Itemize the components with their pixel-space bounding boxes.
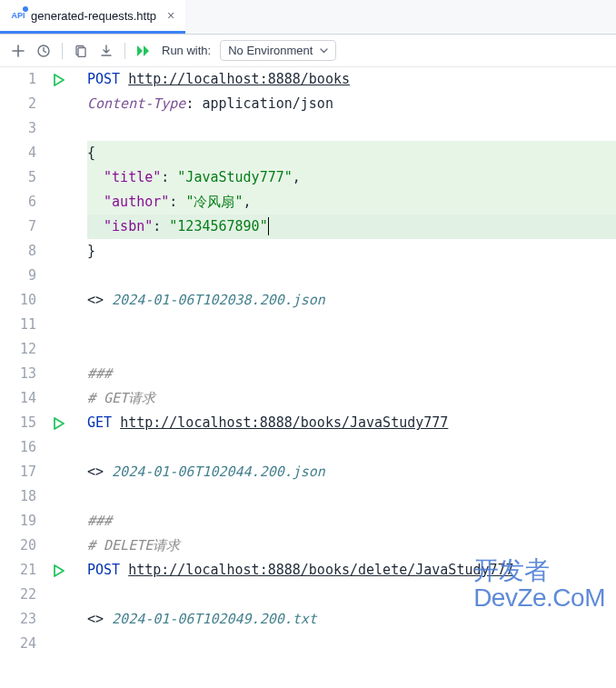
separator <box>62 43 63 59</box>
tab-bar: API generated-requests.http × <box>0 0 616 35</box>
code-line <box>87 435 616 460</box>
run-with-label: Run with: <box>162 44 211 57</box>
line-gutter: 1 2 3 4 5 6 7 8 9 10 11 12 13 14 15 16 1… <box>0 67 45 656</box>
code-line: ### <box>87 509 616 533</box>
code-line <box>87 313 616 337</box>
code-line: POST http://localhost:8888/books <box>87 67 616 92</box>
environment-value: No Environment <box>228 44 313 57</box>
code-line: # DELETE请求 <box>87 533 616 558</box>
svg-rect-2 <box>78 47 85 56</box>
chevron-down-icon <box>320 48 328 54</box>
run-request-icon[interactable] <box>45 411 73 435</box>
code-line <box>87 116 616 141</box>
text-cursor <box>268 217 269 235</box>
code-line: <> 2024-01-06T102038.200.json <box>87 288 616 313</box>
code-line: <> 2024-01-06T102049.200.txt <box>87 607 616 632</box>
code-line <box>87 632 616 656</box>
tab-filename: generated-requests.http <box>31 9 156 23</box>
code-line: Content-Type: application/json <box>87 92 616 116</box>
code-line: "title": "JavaStudy777", <box>87 165 616 190</box>
run-all-button[interactable] <box>133 40 154 62</box>
file-tab[interactable]: API generated-requests.http × <box>0 0 185 34</box>
code-line: { <box>87 141 616 165</box>
run-gutter <box>45 67 73 656</box>
run-request-icon[interactable] <box>45 558 73 583</box>
code-line <box>87 264 616 288</box>
environment-select[interactable]: No Environment <box>220 40 336 61</box>
add-button[interactable] <box>7 40 29 62</box>
http-file-icon: API <box>11 8 25 23</box>
code-line: <> 2024-01-06T102044.200.json <box>87 460 616 484</box>
code-line: ### <box>87 362 616 386</box>
separator <box>124 43 125 59</box>
code-line <box>87 484 616 509</box>
code-line: "isbn": "1234567890" <box>87 214 616 239</box>
code-line <box>87 583 616 607</box>
import-button[interactable] <box>95 40 117 62</box>
code-line: # GET请求 <box>87 386 616 411</box>
history-button[interactable] <box>33 40 55 62</box>
examples-button[interactable] <box>70 40 92 62</box>
code-content[interactable]: POST http://localhost:8888/books Content… <box>73 67 616 656</box>
code-line: POST http://localhost:8888/books/delete/… <box>87 558 616 583</box>
toolbar: Run with: No Environment <box>0 35 616 67</box>
code-editor[interactable]: 1 2 3 4 5 6 7 8 9 10 11 12 13 14 15 16 1… <box>0 67 616 656</box>
code-line <box>87 337 616 362</box>
code-line: GET http://localhost:8888/books/JavaStud… <box>87 411 616 435</box>
run-request-icon[interactable] <box>45 67 73 92</box>
code-line: } <box>87 239 616 264</box>
close-icon[interactable]: × <box>167 9 174 22</box>
code-line: "author": "冷风扇", <box>87 190 616 214</box>
